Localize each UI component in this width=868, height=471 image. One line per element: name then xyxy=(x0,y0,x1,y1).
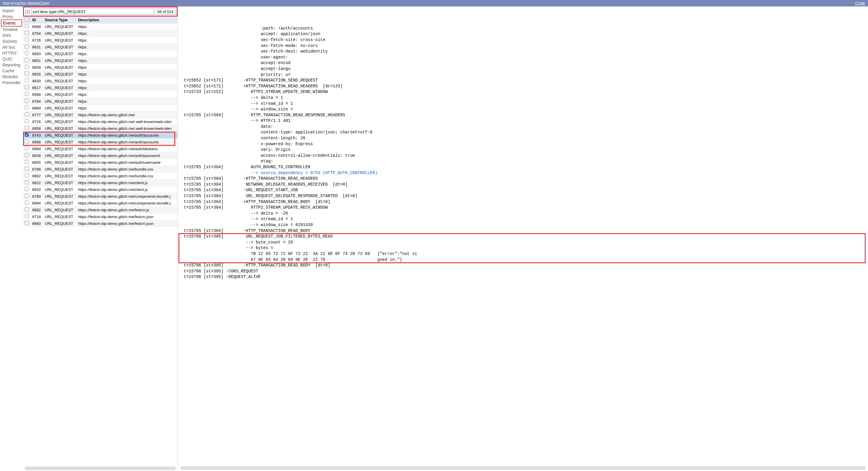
sidebar-item-quic[interactable]: QUIC xyxy=(1,56,22,62)
table-row[interactable]: 8893URL_REQUESThttps: xyxy=(23,51,178,57)
table-row[interactable]: 8788URL_REQUESThttps://fedcm-idp-demo.gl… xyxy=(23,166,178,173)
sidebar-item-http2[interactable]: HTTP/2 xyxy=(1,50,22,56)
table-row[interactable]: 8726URL_REQUESThttps: xyxy=(23,37,178,44)
table-row[interactable]: 8682URL_REQUESThttps://fedcm-idp-demo.gl… xyxy=(23,207,178,213)
table-row[interactable]: 8960URL_REQUESThttps://fedcm-idp-demo.gl… xyxy=(23,220,178,227)
events-table-wrap[interactable]: ID Source Type Description 8568URL_REQUE… xyxy=(23,16,178,467)
table-row[interactable]: 8926URL_REQUESThttps: xyxy=(23,71,178,78)
cell-description: https: xyxy=(76,91,178,98)
row-checkbox[interactable] xyxy=(25,65,29,69)
row-checkbox[interactable] xyxy=(25,119,29,123)
table-row[interactable]: 8869URL_REQUESThttps: xyxy=(23,105,178,111)
sidebar-item-sockets[interactable]: Sockets xyxy=(1,38,22,44)
table-row[interactable]: 8939URL_REQUESThttps: xyxy=(23,64,178,71)
table-row[interactable]: 8718URL_REQUESThttps://fedcm-idp-demo.gl… xyxy=(23,213,178,220)
code-link[interactable]: Code xyxy=(855,1,865,6)
table-row[interactable]: 8568URL_REQUESThttps: xyxy=(23,23,178,30)
table-row[interactable]: 8892URL_REQUESThttps://fedcm-idp-demo.gl… xyxy=(23,173,178,179)
table-row[interactable]: 8764URL_REQUESThttps: xyxy=(23,98,178,105)
cell-id: 8939 xyxy=(30,64,43,71)
row-checkbox[interactable] xyxy=(25,194,29,198)
table-row[interactable]: 8822URL_REQUESThttps://fedcm-idp-demo.gl… xyxy=(23,179,178,186)
row-checkbox[interactable] xyxy=(25,140,29,143)
row-checkbox[interactable] xyxy=(25,52,29,55)
table-row[interactable]: 8851URL_REQUESThttps: xyxy=(23,57,178,64)
cell-source-type: URL_REQUEST xyxy=(43,111,76,119)
table-row[interactable]: 8716URL_REQUESThttps://fedcm-idp-demo.gl… xyxy=(23,119,178,125)
filter-help-link[interactable]: (?) xyxy=(25,9,30,14)
row-checkbox[interactable] xyxy=(25,44,29,48)
sidebar-item-reporting[interactable]: Reporting xyxy=(1,62,22,68)
sidebar-item-events[interactable]: Events xyxy=(1,20,22,27)
log-line: t=15785 [st=304] AUTH_BOUND_TO_CONTROLLE… xyxy=(184,164,865,170)
log-line: accept-langu xyxy=(184,66,865,72)
table-row[interactable]: 8754URL_REQUESThttps: xyxy=(23,30,178,37)
log-line: sec-fetch-mode: no-cors xyxy=(184,43,865,49)
cell-source-type: URL_REQUEST xyxy=(43,220,76,227)
row-checkbox[interactable] xyxy=(25,180,29,184)
row-checkbox[interactable] xyxy=(25,78,29,82)
row-checkbox[interactable] xyxy=(25,214,29,218)
table-row[interactable]: 8894URL_REQUESThttps://fedcm-idp-demo.gl… xyxy=(23,200,178,207)
row-checkbox[interactable] xyxy=(25,92,29,96)
row-checkbox[interactable] xyxy=(25,72,29,75)
log-line: vary: Origin xyxy=(184,147,865,153)
row-checkbox[interactable] xyxy=(25,112,29,116)
table-row[interactable]: 8920URL_REQUESThttps://fedcm-idp-demo.gl… xyxy=(23,186,178,193)
header-filename: test-4-cache-cleared.json xyxy=(3,1,49,6)
filter-input[interactable] xyxy=(31,8,155,14)
log-horizontal-scrollbar[interactable] xyxy=(180,466,866,470)
sidebar-item-timeline[interactable]: Timeline xyxy=(1,27,22,32)
sidebar-item-modules[interactable]: Modules xyxy=(1,74,22,80)
row-checkbox[interactable] xyxy=(25,187,29,191)
cell-description: https: xyxy=(76,64,178,71)
col-checkbox[interactable] xyxy=(23,16,30,23)
table-row[interactable]: 8984URL_REQUESThttps://fedcm-idp-demo.gl… xyxy=(23,145,178,152)
col-id[interactable]: ID xyxy=(30,16,43,23)
table-row[interactable]: 8958URL_REQUESThttps://fedcm-idp-demo.gl… xyxy=(23,125,178,132)
row-checkbox[interactable] xyxy=(25,167,29,171)
row-checkbox[interactable] xyxy=(25,201,29,204)
row-checkbox[interactable] xyxy=(25,207,29,211)
table-row[interactable]: 8617URL_REQUESThttps: xyxy=(23,85,178,91)
select-all-checkbox[interactable] xyxy=(25,18,29,21)
cell-description: https://fedcm-idp-demo.glitch.me/fedcm.j… xyxy=(76,220,178,227)
cell-description: https://fedcm-idp-demo.glitch.me/.well-k… xyxy=(76,119,178,125)
table-row[interactable]: 8790URL_REQUESThttps://fedcm-idp-demo.gl… xyxy=(23,193,178,200)
table-row[interactable]: 8631URL_REQUESThttps: xyxy=(23,44,178,51)
table-row[interactable]: 8968URL_REQUESThttps://fedcm-idp-demo.gl… xyxy=(23,139,178,145)
row-checkbox[interactable] xyxy=(25,58,29,62)
row-checkbox[interactable] xyxy=(25,160,29,164)
row-checkbox[interactable] xyxy=(25,85,29,89)
row-checkbox[interactable] xyxy=(25,146,29,150)
cell-id: 8960 xyxy=(30,220,43,227)
table-row[interactable]: 8855URL_REQUESThttps://fedcm-idp-demo.gl… xyxy=(23,159,178,166)
sidebar-item-prerender[interactable]: Prerender xyxy=(1,80,22,86)
row-checkbox[interactable] xyxy=(25,31,29,35)
table-row[interactable]: 8743URL_REQUESThttps://fedcm-idp-demo.gl… xyxy=(23,132,178,139)
horizontal-scrollbar[interactable] xyxy=(25,467,176,470)
table-row[interactable]: 8938URL_REQUESThttps://fedcm-idp-demo.gl… xyxy=(23,152,178,159)
row-checkbox[interactable] xyxy=(25,38,29,42)
sidebar-item-proxy[interactable]: Proxy xyxy=(1,13,22,20)
row-checkbox[interactable] xyxy=(25,24,29,28)
row-checkbox[interactable] xyxy=(25,99,29,103)
sidebar-item-dns[interactable]: DNS xyxy=(1,32,22,38)
row-checkbox[interactable] xyxy=(25,153,29,157)
table-row[interactable]: 8589URL_REQUESThttps: xyxy=(23,91,178,98)
row-checkbox[interactable] xyxy=(25,126,29,130)
row-checkbox[interactable] xyxy=(25,133,29,137)
sidebar-item-altsvc[interactable]: Alt-Svc xyxy=(1,44,22,50)
row-checkbox[interactable] xyxy=(25,173,29,177)
sidebar-item-import[interactable]: Import xyxy=(1,8,22,13)
table-row[interactable]: 8777URL_REQUESThttps://fedcm-idp-demo.gl… xyxy=(23,111,178,119)
table-row[interactable]: 8830URL_REQUESThttps: xyxy=(23,78,178,85)
cell-id: 8830 xyxy=(30,78,43,85)
col-description[interactable]: Description xyxy=(76,16,178,23)
row-checkbox[interactable] xyxy=(25,221,29,225)
row-checkbox[interactable] xyxy=(25,106,29,109)
col-source-type[interactable]: Source Type xyxy=(43,16,76,23)
sidebar-item-cache[interactable]: Cache xyxy=(1,68,22,74)
cell-source-type: URL_REQUEST xyxy=(43,23,76,30)
log-pane[interactable]: :path: /auth/accounts accept: applicatio… xyxy=(178,6,868,466)
